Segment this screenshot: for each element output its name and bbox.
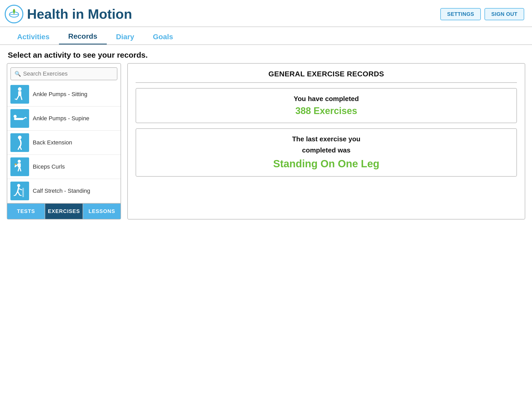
tab-activities[interactable]: Activities <box>8 30 59 44</box>
last-exercise-card: The last exercise you completed was Stan… <box>136 128 517 177</box>
header-left: Health in Motion <box>5 5 132 23</box>
exercise-name: Calf Stretch - Standing <box>33 188 90 194</box>
exercises-button[interactable]: EXERCISES <box>45 204 83 219</box>
svg-line-26 <box>20 195 21 196</box>
header: Health in Motion SETTINGS SIGN OUT <box>0 0 532 27</box>
card2-line2: completed was <box>141 146 511 154</box>
svg-line-14 <box>20 146 21 149</box>
tab-goals[interactable]: Goals <box>144 30 183 44</box>
nav-tabs: Activities Records Diary Goals <box>0 27 532 45</box>
tests-button[interactable]: TESTS <box>7 204 45 219</box>
records-title: GENERAL EXERCISE RECORDS <box>136 70 517 83</box>
signout-button[interactable]: SIGN OUT <box>484 8 524 20</box>
svg-line-21 <box>20 167 21 171</box>
svg-rect-9 <box>14 118 23 120</box>
svg-line-23 <box>16 191 18 195</box>
exercise-thumb <box>10 85 29 104</box>
tab-diary[interactable]: Diary <box>107 30 144 44</box>
svg-line-25 <box>18 191 20 195</box>
svg-point-3 <box>18 87 22 91</box>
right-panel: GENERAL EXERCISE RECORDS You have comple… <box>127 63 525 220</box>
exercise-list: Ankle Pumps - Sitting Ankle Pumps - Supi… <box>7 82 121 203</box>
svg-rect-4 <box>18 91 21 96</box>
exercise-name: Ankle Pumps - Sitting <box>33 91 87 98</box>
svg-point-15 <box>18 160 21 163</box>
list-item[interactable]: Ankle Pumps - Supine <box>7 107 121 131</box>
exercise-thumb <box>10 109 29 128</box>
logo-icon <box>5 5 23 23</box>
app-title: Health in Motion <box>27 6 132 22</box>
page-subtitle: Select an activity to see your records. <box>0 45 532 63</box>
settings-button[interactable]: SETTINGS <box>440 8 481 20</box>
card1-line1: You have completed <box>141 95 511 103</box>
exercise-name: Back Extension <box>33 139 72 146</box>
svg-line-24 <box>14 195 16 196</box>
lessons-button[interactable]: LESSONS <box>83 204 121 219</box>
svg-point-22 <box>17 184 20 187</box>
main-content: 🔍 Ankle Pumps - Sitting <box>0 63 532 226</box>
search-box: 🔍 <box>10 67 117 80</box>
svg-line-5 <box>17 96 19 99</box>
list-item[interactable]: Calf Stretch - Standing <box>7 179 121 203</box>
svg-line-7 <box>15 99 17 99</box>
svg-line-11 <box>25 117 26 118</box>
card2-line1: The last exercise you <box>141 135 511 143</box>
exercise-name: Biceps Curls <box>33 163 65 170</box>
header-buttons: SETTINGS SIGN OUT <box>440 8 524 20</box>
svg-rect-28 <box>22 188 24 197</box>
completed-exercises-card: You have completed 388 Exercises <box>136 88 517 123</box>
search-icon: 🔍 <box>15 71 21 77</box>
svg-line-20 <box>18 167 19 171</box>
svg-point-8 <box>14 115 17 118</box>
svg-rect-19 <box>15 164 17 165</box>
exercise-name: Ankle Pumps - Supine <box>33 115 89 122</box>
svg-point-12 <box>18 136 22 139</box>
tab-records[interactable]: Records <box>59 30 107 44</box>
list-item[interactable]: Biceps Curls <box>7 155 121 179</box>
list-item[interactable]: Ankle Pumps - Sitting <box>7 82 121 107</box>
exercise-thumb <box>10 182 29 200</box>
left-panel: 🔍 Ankle Pumps - Sitting <box>7 63 121 220</box>
search-input[interactable] <box>23 70 113 77</box>
bottom-buttons: TESTS EXERCISES LESSONS <box>7 203 121 219</box>
exercise-thumb <box>10 157 29 176</box>
list-item[interactable]: Back Extension <box>7 131 121 155</box>
card1-value: 388 Exercises <box>141 105 511 116</box>
svg-rect-16 <box>18 163 21 167</box>
card2-value: Standing On One Leg <box>141 157 511 170</box>
svg-line-6 <box>21 96 22 99</box>
exercise-thumb <box>10 133 29 152</box>
